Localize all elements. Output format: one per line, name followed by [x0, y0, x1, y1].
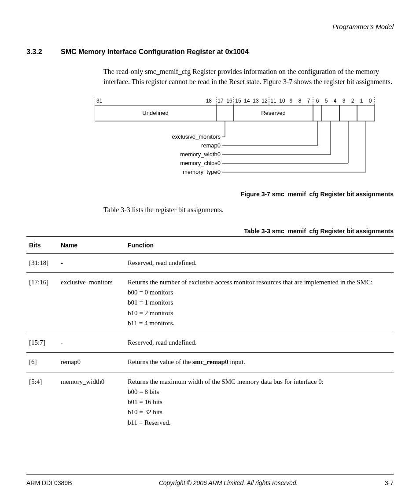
table-row: [15:7]-Reserved, read undefined.	[26, 333, 394, 353]
cell-name: remap0	[58, 353, 125, 372]
cell-function: Reserved, read undefined.	[125, 253, 394, 272]
footer-center: Copyright © 2006 ARM Limited. All rights…	[72, 479, 384, 486]
svg-rect-10	[322, 105, 339, 121]
label-exclusive-monitors: exclusive_monitors	[172, 133, 221, 140]
bit-3: 3	[343, 98, 346, 104]
cell-function: Returns the value of the smc_remap0 inpu…	[125, 353, 394, 372]
bit-10: 10	[279, 98, 285, 104]
register-figure: 31 18 17 16 15 14 13 12 11 10 9 8 7 6 5 …	[95, 97, 394, 183]
after-figure-paragraph: Table 3-3 lists the register bit assignm…	[103, 205, 394, 215]
cell-bits: [15:7]	[26, 333, 58, 353]
running-header: Programmer's Model	[26, 23, 394, 30]
cell-function: Reserved, read undefined.	[125, 333, 394, 353]
cell-function: Returns the number of exclusive access m…	[125, 272, 394, 333]
bit-16: 16	[226, 98, 232, 104]
cell-bits: [17:16]	[26, 272, 58, 333]
table-row: [5:4]memory_width0Returns the maximum wi…	[26, 372, 394, 432]
table-row: [6]remap0Returns the value of the smc_re…	[26, 353, 394, 372]
box-reserved: Reserved	[261, 110, 286, 116]
cell-bits: [6]	[26, 353, 58, 372]
bit-1: 1	[360, 98, 363, 104]
footer-right: 3-7	[385, 479, 394, 486]
cell-name: exclusive_monitors	[58, 272, 125, 333]
svg-rect-9	[313, 105, 322, 121]
bit-13: 13	[253, 98, 259, 104]
bit-6: 6	[316, 98, 319, 104]
table-row: [31:18]-Reserved, read undefined.	[26, 253, 394, 272]
page-footer: ARM DDI 0389B Copyright © 2006 ARM Limit…	[26, 475, 394, 486]
bit-18: 18	[206, 98, 212, 104]
footer-left: ARM DDI 0389B	[26, 479, 72, 486]
th-bits: Bits	[26, 237, 58, 254]
label-memory-chips0: memory_chips0	[180, 160, 221, 166]
bit-4: 4	[334, 98, 337, 104]
cell-function: Returns the maximum width of the SMC mem…	[125, 372, 394, 432]
table-row: [17:16]exclusive_monitorsReturns the num…	[26, 272, 394, 333]
cell-name: -	[58, 333, 125, 353]
svg-rect-12	[357, 105, 375, 121]
bit-17: 17	[217, 98, 224, 104]
bit-15: 15	[235, 98, 241, 104]
bit-8: 8	[298, 98, 302, 104]
table-caption: Table 3-3 smc_memif_cfg Register bit ass…	[26, 228, 394, 235]
section-title: SMC Memory Interface Configuration Regis…	[61, 48, 249, 56]
bit-14: 14	[244, 98, 250, 104]
svg-rect-11	[339, 105, 357, 121]
section-number: 3.3.2	[26, 48, 53, 56]
bit-12: 12	[262, 98, 268, 104]
label-memory-type0: memory_type0	[183, 169, 221, 175]
label-memory-width0: memory_width0	[180, 151, 221, 158]
section-heading: 3.3.2 SMC Memory Interface Configuration…	[26, 48, 394, 56]
cell-bits: [31:18]	[26, 253, 58, 272]
svg-rect-7	[216, 105, 234, 121]
figure-caption: Figure 3-7 smc_memif_cfg Register bit as…	[26, 191, 394, 198]
bit-11: 11	[270, 98, 276, 104]
bit-31: 31	[96, 98, 103, 104]
box-undefined: Undefined	[142, 110, 168, 116]
cell-name: -	[58, 253, 125, 272]
bit-9: 9	[290, 98, 293, 104]
bit-7: 7	[307, 98, 310, 104]
label-remap0: remap0	[201, 142, 221, 149]
cell-name: memory_width0	[58, 372, 125, 432]
bit-0: 0	[369, 98, 372, 104]
register-table: Bits Name Function [31:18]-Reserved, rea…	[26, 236, 394, 432]
intro-paragraph: The read-only smc_memif_cfg Register pro…	[103, 66, 394, 87]
bit-5: 5	[325, 98, 328, 104]
bit-2: 2	[351, 98, 354, 104]
cell-bits: [5:4]	[26, 372, 58, 432]
th-name: Name	[58, 237, 125, 254]
th-function: Function	[125, 237, 394, 254]
page: Programmer's Model 3.3.2 SMC Memory Inte…	[0, 0, 420, 504]
